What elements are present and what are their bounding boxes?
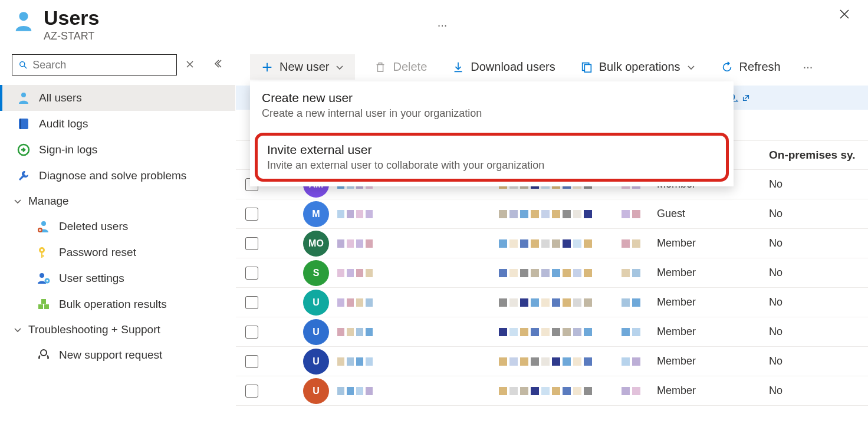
svg-rect-19 [41, 299, 46, 304]
support-icon [37, 348, 51, 362]
avatar: U [303, 378, 329, 404]
chevron-down-icon [13, 196, 22, 206]
dropdown-create-user[interactable]: Create new user Create a new internal us… [250, 81, 734, 130]
svg-point-11 [41, 249, 43, 251]
clear-search-icon[interactable] [185, 57, 195, 73]
sidebar-item-audit-logs[interactable]: Audit logs [0, 111, 235, 137]
table-row[interactable]: MOMemberNo [236, 229, 868, 258]
cell-onprem: No [769, 267, 868, 279]
sidebar-item-label: All users [39, 91, 82, 104]
table-row[interactable]: SMemberNo [236, 258, 868, 288]
row-checkbox[interactable] [245, 326, 258, 339]
cell-user-type: Member [657, 267, 769, 279]
table-row[interactable]: UMemberNo [236, 288, 868, 317]
row-checkbox[interactable] [245, 208, 258, 221]
row-checkbox[interactable] [245, 355, 258, 368]
avatar: S [303, 260, 329, 286]
dropdown-item-desc: Create a new internal user in your organ… [262, 107, 722, 120]
table-row[interactable]: MGuestNo [236, 199, 868, 229]
cell-onprem: No [769, 326, 868, 338]
header-more-icon[interactable]: ··· [438, 18, 448, 32]
toolbar-more-icon[interactable]: ··· [803, 60, 813, 74]
row-checkbox[interactable] [245, 385, 258, 398]
redacted-upn [499, 387, 592, 395]
sidebar-item-label: Password reset [59, 246, 136, 259]
svg-rect-13 [41, 255, 44, 257]
cell-user-type: Member [657, 296, 769, 308]
redacted-extra [622, 387, 640, 395]
sidebar-item-password-reset[interactable]: Password reset [37, 239, 235, 265]
search-input[interactable] [12, 54, 177, 75]
sidebar-item-label: Deleted users [59, 220, 128, 233]
boxes-icon [37, 297, 51, 311]
redacted-name [337, 239, 373, 248]
cell-onprem: No [769, 296, 868, 308]
cell-user-type: Member [657, 237, 769, 249]
bulk-button[interactable]: Bulk operations [574, 57, 702, 77]
new-user-button[interactable]: New user [250, 54, 355, 80]
cell-onprem: No [769, 237, 868, 249]
sidebar-item-user-settings[interactable]: User settings [37, 265, 235, 291]
col-header-onprem[interactable]: On-premises sy. [769, 149, 855, 161]
sidebar-item-label: Sign-in logs [39, 143, 97, 156]
sidebar-item-new-request[interactable]: New support request [37, 342, 235, 368]
chevron-down-icon [686, 63, 696, 72]
cell-onprem: No [769, 178, 868, 191]
table-row[interactable]: UMemberNo [236, 347, 868, 376]
redacted-upn [499, 239, 592, 248]
avatar: U [303, 319, 329, 345]
cell-user-type: Member [657, 385, 769, 397]
sidebar-group-label: Troubleshooting + Support [28, 323, 160, 336]
users-icon [12, 9, 35, 33]
plus-icon [261, 61, 274, 74]
sidebar-item-diagnose[interactable]: Diagnose and solve problems [0, 163, 235, 189]
button-label: Delete [393, 60, 427, 74]
redacted-upn [499, 269, 592, 277]
refresh-button[interactable]: Refresh [715, 57, 787, 77]
left-pane: All users Audit logs Sign-in logs Diagno… [0, 50, 236, 406]
button-label: Download users [471, 60, 555, 74]
sidebar-item-all-users[interactable]: All users [0, 85, 235, 111]
redacted-upn [499, 298, 592, 307]
close-icon[interactable] [834, 7, 855, 25]
svg-point-0 [19, 12, 28, 21]
external-link-icon [742, 94, 750, 102]
blade-header: Users AZ-START ··· [0, 0, 868, 45]
redacted-extra [622, 239, 640, 248]
key-icon [37, 245, 51, 260]
redacted-extra [622, 210, 640, 218]
svg-point-7 [41, 221, 46, 226]
svg-point-20 [41, 350, 47, 356]
download-icon [452, 61, 465, 74]
row-checkbox[interactable] [245, 267, 258, 280]
sidebar-group-manage[interactable]: Manage [0, 189, 235, 214]
delete-button[interactable]: Delete [368, 57, 433, 77]
bulk-icon [580, 61, 593, 74]
table-row[interactable]: UMemberNo [236, 317, 868, 347]
button-label: Refresh [739, 60, 781, 74]
row-checkbox[interactable] [245, 296, 258, 309]
sidebar-item-bulk-results[interactable]: Bulk operation results [37, 291, 235, 317]
search-field[interactable] [32, 59, 170, 71]
dropdown-item-title: Create new user [262, 91, 722, 105]
page-subtitle: AZ-START [44, 30, 430, 42]
svg-rect-22 [584, 64, 591, 72]
sidebar-item-label: Audit logs [39, 117, 88, 130]
dropdown-invite-external[interactable]: Invite external user Invite an external … [255, 133, 729, 182]
redacted-upn [499, 210, 592, 218]
new-user-dropdown: Create new user Create a new internal us… [250, 81, 734, 186]
sidebar-group-troubleshoot[interactable]: Troubleshooting + Support [0, 317, 235, 342]
toolbar: New user Delete Download users Bulk oper… [236, 50, 868, 86]
search-icon [18, 60, 28, 70]
redacted-name [337, 328, 373, 336]
signin-icon [17, 143, 31, 157]
table-row[interactable]: UMemberNo [236, 376, 868, 406]
collapse-pane-icon[interactable] [212, 58, 223, 73]
download-button[interactable]: Download users [446, 57, 561, 77]
sidebar-item-signin-logs[interactable]: Sign-in logs [0, 137, 235, 163]
sidebar-item-deleted-users[interactable]: Deleted users [37, 214, 235, 239]
redacted-name [337, 298, 373, 307]
redacted-name [337, 269, 373, 277]
row-checkbox[interactable] [245, 237, 258, 250]
svg-point-3 [21, 93, 26, 97]
